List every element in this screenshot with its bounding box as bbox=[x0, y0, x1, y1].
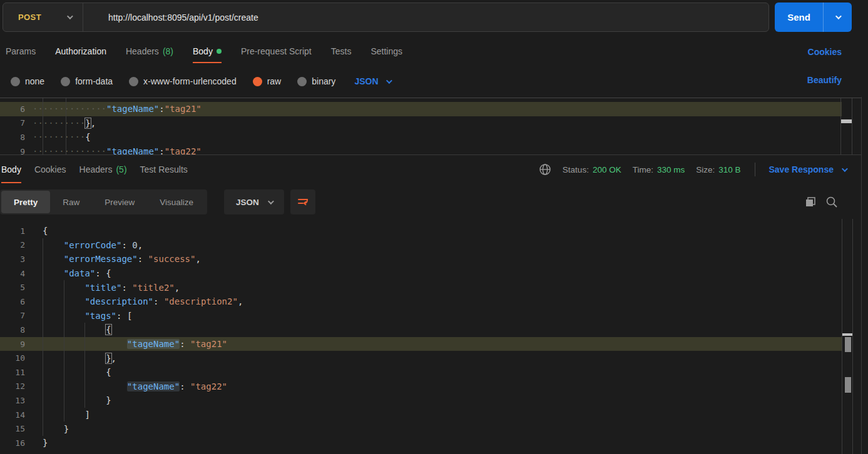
code-token: : bbox=[95, 268, 106, 278]
code-line[interactable]: 9··············"tageName":"tag22" bbox=[0, 144, 842, 154]
cookies-link[interactable]: Cookies bbox=[808, 47, 842, 57]
radio-icon[interactable] bbox=[11, 77, 20, 86]
body-type-label: raw bbox=[267, 76, 282, 86]
code-line[interactable]: 13 } bbox=[0, 393, 842, 408]
response-editor-scrollbar[interactable] bbox=[852, 219, 853, 454]
code-line[interactable]: 11 { bbox=[0, 365, 842, 380]
response-tab-cookies[interactable]: Cookies bbox=[34, 155, 66, 184]
code-line[interactable]: 7 "tags": [ bbox=[0, 309, 842, 323]
code-line[interactable]: 9 "tageName": "tag21" bbox=[0, 337, 842, 351]
tab-count-badge: (5) bbox=[116, 164, 126, 174]
body-type-x-www-form-urlencoded[interactable]: x-www-form-urlencoded bbox=[129, 76, 237, 86]
code-token: "data" bbox=[64, 268, 96, 278]
format-dropdown[interactable]: JSON bbox=[354, 76, 390, 86]
code-line[interactable]: 4 "data": { bbox=[0, 266, 842, 281]
code-line[interactable]: 5 "title": "title2", bbox=[0, 280, 842, 295]
code-line[interactable]: 8 { bbox=[0, 323, 842, 337]
body-type-raw[interactable]: raw bbox=[253, 76, 282, 86]
save-response-label: Save Response bbox=[769, 164, 834, 174]
tab-pre-request-script[interactable]: Pre-request Script bbox=[241, 39, 312, 64]
save-response-chevron-icon[interactable] bbox=[842, 166, 848, 172]
globe-icon bbox=[539, 163, 551, 176]
radio-icon[interactable] bbox=[297, 77, 307, 86]
line-content: ··············"tageName":"tag21" bbox=[33, 104, 202, 114]
tab-body[interactable]: Body bbox=[193, 39, 222, 64]
line-number: 3 bbox=[0, 255, 25, 264]
url-input[interactable]: http://localhost:8095/api/v1/post/create bbox=[108, 13, 258, 23]
line-number: 4 bbox=[0, 269, 25, 278]
code-token: } bbox=[64, 424, 69, 434]
code-line[interactable]: 3 "errorMessage": "success", bbox=[0, 252, 842, 266]
size-indicator: Size: 310 B bbox=[696, 165, 740, 174]
tab-label: Headers bbox=[126, 46, 159, 56]
wrap-text-button[interactable] bbox=[290, 189, 315, 214]
response-tab-body[interactable]: Body bbox=[1, 155, 21, 184]
code-line[interactable]: 14 ] bbox=[0, 408, 842, 422]
line-content: ] bbox=[43, 410, 90, 420]
copy-icon[interactable] bbox=[804, 196, 817, 208]
search-icon[interactable] bbox=[825, 196, 838, 208]
response-body-editor[interactable]: 1{2 "errorCode": 0,3 "errorMessage": "su… bbox=[0, 219, 861, 454]
tab-label: Pre-request Script bbox=[241, 46, 312, 56]
beautify-link[interactable]: Beautify bbox=[807, 75, 842, 85]
code-line[interactable]: 8··········{ bbox=[0, 130, 842, 144]
method-chevron-icon[interactable] bbox=[67, 13, 73, 19]
time-label: Time: bbox=[633, 165, 653, 174]
radio-icon[interactable] bbox=[129, 77, 138, 86]
code-line[interactable]: 6 "description": "description2", bbox=[0, 295, 842, 309]
send-button-label[interactable]: Send bbox=[775, 3, 824, 32]
radio-icon[interactable] bbox=[61, 77, 70, 86]
body-type-none[interactable]: none bbox=[11, 76, 44, 86]
response-toolbar: PrettyRawPreviewVisualize JSON bbox=[0, 189, 861, 216]
tab-label: Body bbox=[1, 164, 21, 174]
method-dropdown[interactable]: POST bbox=[3, 3, 83, 31]
tab-count-badge: (8) bbox=[163, 46, 173, 56]
line-content: "title": "title2", bbox=[43, 283, 180, 293]
scrollbar-thumb[interactable] bbox=[842, 333, 852, 336]
code-line[interactable]: 10 }, bbox=[0, 351, 842, 365]
scrollbar-thumb[interactable] bbox=[841, 119, 852, 123]
view-pretty[interactable]: Pretty bbox=[1, 191, 50, 213]
radio-icon[interactable] bbox=[253, 77, 262, 86]
view-raw[interactable]: Raw bbox=[50, 191, 92, 213]
code-line[interactable]: 2 "errorCode": 0, bbox=[0, 238, 842, 253]
body-type-form-data[interactable]: form-data bbox=[61, 76, 113, 86]
tab-headers[interactable]: Headers(8) bbox=[126, 39, 173, 64]
response-view-switch: PrettyRawPreviewVisualize bbox=[0, 189, 207, 214]
line-number: 1 bbox=[0, 226, 25, 236]
code-line[interactable]: 16} bbox=[0, 436, 842, 450]
indent-guide bbox=[43, 238, 43, 436]
tab-tests[interactable]: Tests bbox=[331, 39, 352, 64]
code-token: { bbox=[106, 268, 111, 278]
code-line[interactable]: 1{ bbox=[0, 224, 842, 238]
response-tab-headers[interactable]: Headers(5) bbox=[79, 155, 127, 184]
code-token: "title" bbox=[84, 283, 121, 293]
request-body-editor[interactable]: 6··············"tageName":"tag21"7······… bbox=[0, 98, 861, 154]
tab-authorization[interactable]: Authorization bbox=[55, 39, 106, 64]
view-visualize[interactable]: Visualize bbox=[147, 191, 206, 213]
format-chevron-icon bbox=[385, 78, 392, 84]
tab-params[interactable]: Params bbox=[6, 39, 36, 64]
code-line[interactable]: 6··············"tageName":"tag21" bbox=[0, 102, 842, 116]
body-type-binary[interactable]: binary bbox=[297, 76, 335, 86]
time-value: 330 ms bbox=[657, 165, 685, 174]
view-preview[interactable]: Preview bbox=[92, 191, 147, 213]
response-tab-test-results[interactable]: Test Results bbox=[140, 155, 188, 184]
response-format-dropdown[interactable]: JSON bbox=[224, 189, 284, 214]
send-button[interactable]: Send bbox=[775, 3, 852, 32]
method-label: POST bbox=[18, 13, 41, 22]
tab-settings[interactable]: Settings bbox=[370, 39, 402, 64]
save-response-button[interactable]: Save Response bbox=[769, 164, 847, 174]
request-editor-scrollbar[interactable] bbox=[852, 98, 852, 154]
status-indicator: Status: 200 OK bbox=[563, 165, 621, 174]
response-editor-scrollbar[interactable] bbox=[842, 219, 842, 454]
indent-guide bbox=[66, 98, 66, 154]
line-number: 14 bbox=[0, 410, 25, 420]
request-tabs: ParamsAuthorizationHeaders(8)BodyPre-req… bbox=[0, 39, 776, 64]
request-editor-scrollbar[interactable] bbox=[840, 98, 841, 154]
code-line[interactable]: 15 } bbox=[0, 421, 842, 436]
send-options[interactable] bbox=[824, 3, 852, 32]
code-line[interactable]: 12 "tageName": "tag22" bbox=[0, 380, 842, 394]
code-line[interactable]: 7··········}, bbox=[0, 116, 842, 131]
url-bar[interactable]: POST http://localhost:8095/api/v1/post/c… bbox=[3, 3, 769, 32]
